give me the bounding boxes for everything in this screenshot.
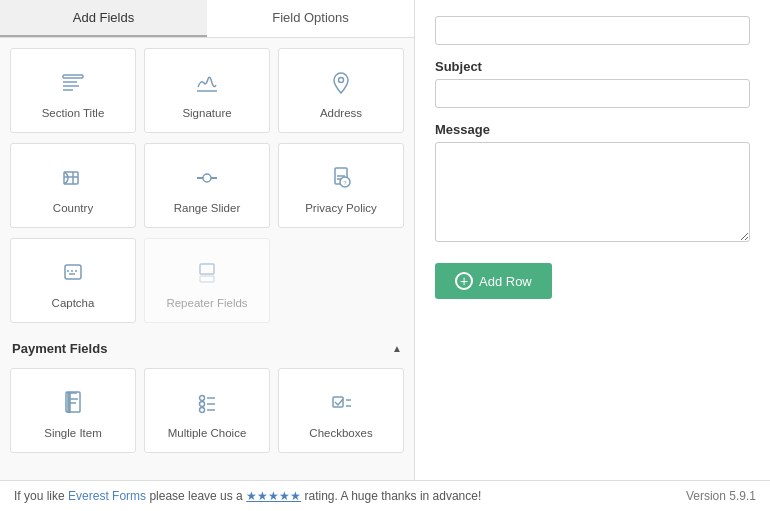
message-textarea[interactable] [435,142,750,242]
field-country-label: Country [53,202,93,214]
footer: If you like Everest Forms please leave u… [0,480,770,511]
field-signature-label: Signature [182,107,231,119]
left-panel: Add Fields Field Options Section [0,0,415,480]
field-range-slider-label: Range Slider [174,202,240,214]
subject-label: Subject [435,59,750,74]
message-group: Message [435,122,750,245]
field-section-title-label: Section Title [42,107,105,119]
subject-input[interactable] [435,79,750,108]
country-icon [55,160,91,196]
multiple-choice-icon [189,385,225,421]
add-row-plus-icon: + [455,272,473,290]
fields-container: Section Title Signature [0,38,414,480]
field-signature[interactable]: Signature [144,48,270,133]
field-repeater-fields-label: Repeater Fields [166,297,247,309]
tab-bar: Add Fields Field Options [0,0,414,38]
single-item-icon [55,385,91,421]
field-repeater-fields: Repeater Fields [144,238,270,323]
subject-group: Subject [435,59,750,108]
svg-point-9 [203,174,211,182]
tab-add-fields[interactable]: Add Fields [0,0,207,37]
svg-point-28 [200,401,205,406]
payment-section-arrow: ▲ [392,343,402,354]
svg-rect-13 [65,265,81,279]
field-captcha[interactable]: Captcha [10,238,136,323]
field-captcha-label: Captcha [52,297,95,309]
footer-version: Version 5.9.1 [686,489,756,503]
top-input-field[interactable] [435,16,750,45]
field-checkboxes[interactable]: Checkboxes [278,368,404,453]
tab-field-options[interactable]: Field Options [207,0,414,37]
footer-text-after-link: please leave us a [146,489,246,503]
checkboxes-icon [323,385,359,421]
repeater-fields-icon [189,255,225,291]
address-icon [323,65,359,101]
svg-point-30 [200,407,205,412]
field-range-slider[interactable]: Range Slider [144,143,270,228]
footer-link[interactable]: Everest Forms [68,489,146,503]
section-title-icon [55,65,91,101]
fields-grid-2: Country Range Slider [10,143,404,228]
field-multiple-choice[interactable]: Multiple Choice [144,368,270,453]
field-address-label: Address [320,107,362,119]
signature-icon [189,65,225,101]
captcha-icon [55,255,91,291]
add-row-button[interactable]: + Add Row [435,263,552,299]
add-row-label: Add Row [479,274,532,289]
payment-fields-label: Payment Fields [12,341,107,356]
field-multiple-choice-label: Multiple Choice [168,427,247,439]
svg-rect-19 [200,276,214,282]
svg-rect-18 [200,264,214,274]
message-label: Message [435,122,750,137]
field-address[interactable]: Address [278,48,404,133]
fields-grid-1: Section Title Signature [10,48,404,133]
footer-text-before-link: If you like [14,489,68,503]
field-checkboxes-label: Checkboxes [309,427,372,439]
field-privacy-policy-label: Privacy Policy [305,202,377,214]
footer-stars[interactable]: ★★★★★ [246,489,301,503]
footer-text: If you like Everest Forms please leave u… [14,489,481,503]
range-slider-icon [189,160,225,196]
field-section-title[interactable]: Section Title [10,48,136,133]
svg-rect-0 [63,75,83,78]
right-panel: Subject Message + Add Row [415,0,770,480]
payment-fields-grid: Single Item Multiple Choi [10,368,404,453]
privacy-policy-icon: ? [323,160,359,196]
payment-fields-section-header[interactable]: Payment Fields ▲ [10,333,404,364]
field-single-item[interactable]: Single Item [10,368,136,453]
field-country[interactable]: Country [10,143,136,228]
footer-text-end: rating. A huge thanks in advance! [301,489,481,503]
svg-point-26 [200,395,205,400]
field-privacy-policy[interactable]: ? Privacy Policy [278,143,404,228]
field-single-item-label: Single Item [44,427,102,439]
fields-grid-3: Captcha Repeater Fields [10,238,404,323]
svg-point-5 [339,77,344,82]
